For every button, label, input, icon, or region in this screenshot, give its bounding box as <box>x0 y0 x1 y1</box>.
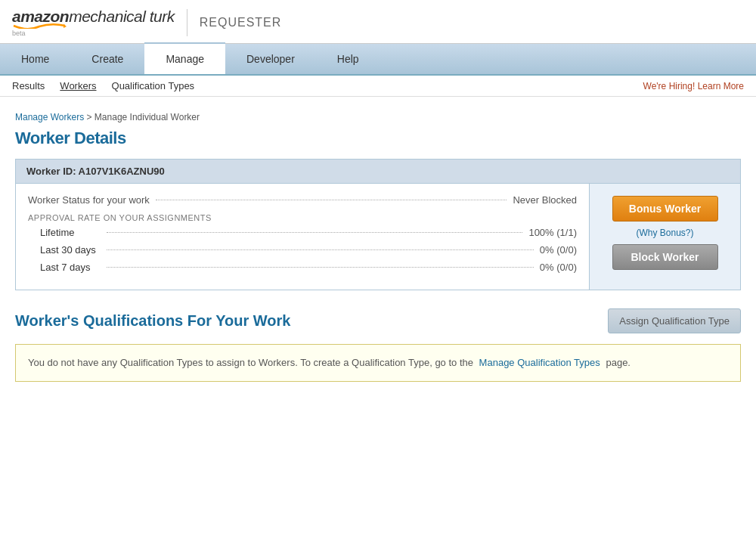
nav-home[interactable]: Home <box>0 44 70 74</box>
breadcrumb-manage-workers[interactable]: Manage Workers <box>15 112 84 122</box>
hiring-link[interactable]: We're Hiring! Learn More <box>643 81 744 91</box>
breadcrumb-current: Manage Individual Worker <box>94 112 200 122</box>
nav-create[interactable]: Create <box>70 44 144 74</box>
page-title: Worker Details <box>15 129 741 148</box>
sub-nav: Results Workers Qualification Types We'r… <box>0 76 756 97</box>
subnav-results[interactable]: Results <box>12 80 45 91</box>
nav-developer[interactable]: Developer <box>225 44 316 74</box>
last30-label: Last 30 days <box>40 244 101 256</box>
manage-qualification-types-link[interactable]: Manage Qualification Types <box>479 357 600 368</box>
amazon-smile-icon <box>12 23 67 29</box>
last30-dotted <box>107 249 534 250</box>
lifetime-value: 100% (1/1) <box>528 227 577 238</box>
main-nav: Home Create Manage Developer Help <box>0 44 756 76</box>
subnav-qualification-types[interactable]: Qualification Types <box>112 80 195 91</box>
subnav-links: Results Workers Qualification Types <box>12 80 194 91</box>
lifetime-dotted <box>107 232 522 233</box>
last7-label: Last 7 days <box>40 262 101 273</box>
last30-row: Last 30 days 0% (0/0) <box>28 244 577 256</box>
main-content: Manage Workers > Manage Individual Worke… <box>0 97 756 533</box>
lifetime-label: Lifetime <box>40 227 101 238</box>
logo-divider <box>187 9 187 36</box>
nav-manage[interactable]: Manage <box>144 42 225 74</box>
notice-text: You do not have any Qualification Types … <box>28 357 473 368</box>
worker-status-row: Worker Status for your work Never Blocke… <box>28 194 577 206</box>
bonus-worker-button[interactable]: Bonus Worker <box>612 196 718 222</box>
why-bonus-link[interactable]: (Why Bonus?) <box>636 228 693 238</box>
subnav-workers[interactable]: Workers <box>60 80 96 91</box>
last7-value: 0% (0/0) <box>540 262 577 273</box>
worker-status-value: Never Blocked <box>513 194 577 206</box>
approval-section-label: APPROVAL RATE ON YOUR ASSIGNMENTS <box>28 213 577 222</box>
status-dotted-line <box>156 200 507 200</box>
logo: amazonmechanical turk beta <box>12 8 175 37</box>
block-worker-button[interactable]: Block Worker <box>612 244 718 270</box>
worker-info-left: Worker Status for your work Never Blocke… <box>16 184 589 290</box>
worker-actions: Bonus Worker (Why Bonus?) Block Worker <box>589 184 740 290</box>
assign-qualification-button[interactable]: Assign Qualification Type <box>608 308 741 333</box>
header: amazonmechanical turk beta REQUESTER <box>0 0 756 44</box>
breadcrumb-separator: > <box>87 112 92 122</box>
last7-row: Last 7 days 0% (0/0) <box>28 262 577 273</box>
nav-help[interactable]: Help <box>316 44 380 74</box>
lifetime-row: Lifetime 100% (1/1) <box>28 227 577 238</box>
qualifications-header: Worker's Qualifications For Your Work As… <box>15 308 741 333</box>
last30-value: 0% (0/0) <box>540 244 577 256</box>
breadcrumb: Manage Workers > Manage Individual Worke… <box>15 112 741 122</box>
notice-suffix: page. <box>606 357 631 368</box>
qualifications-title: Worker's Qualifications For Your Work <box>15 312 290 330</box>
worker-info-box: Worker Status for your work Never Blocke… <box>15 184 741 290</box>
last7-dotted <box>107 267 534 268</box>
beta-label: beta <box>12 29 26 37</box>
notice-box: You do not have any Qualification Types … <box>15 344 741 382</box>
subnav-hiring: We're Hiring! Learn More <box>643 80 744 91</box>
requester-label: REQUESTER <box>200 16 282 29</box>
worker-status-label: Worker Status for your work <box>28 194 150 206</box>
worker-id-bar: Worker ID: A107V1K6AZNU90 <box>15 159 741 184</box>
